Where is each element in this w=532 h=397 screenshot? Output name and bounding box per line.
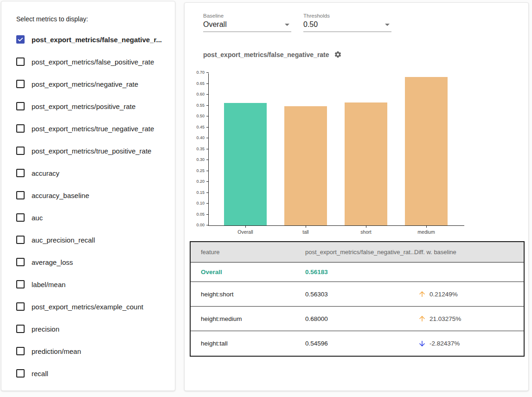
metric-checkbox-item[interactable]: precision — [16, 318, 166, 340]
y-axis-tick — [206, 192, 209, 193]
chevron-down-icon — [385, 24, 390, 26]
y-axis-tick — [206, 116, 209, 116]
y-axis-tick-label: 0.30 — [196, 157, 205, 162]
arrow-up-icon — [418, 314, 426, 323]
metric-label: post_export_metrics/example_count — [32, 303, 143, 311]
y-axis-tick — [206, 83, 209, 84]
diff-value: 21.03275% — [429, 315, 461, 322]
x-axis-label: medium — [403, 229, 449, 235]
baseline-select-value: Overall — [203, 20, 227, 29]
metric-checkbox-item[interactable]: auc — [16, 206, 166, 229]
y-axis-tick — [206, 171, 209, 171]
checkbox-unchecked-icon[interactable] — [16, 302, 25, 311]
checkbox-unchecked-icon[interactable] — [16, 124, 25, 133]
feature-cell: height:tall — [201, 340, 305, 347]
fairness-results-panel: Baseline Overall Thresholds 0.50 post_ex… — [184, 2, 529, 391]
y-axis-tick — [206, 72, 209, 73]
checkbox-unchecked-icon[interactable] — [16, 147, 25, 155]
y-axis-tick-label: 0.05 — [196, 212, 205, 217]
diff-value: 0.21249% — [429, 291, 458, 298]
chevron-down-icon — [285, 24, 289, 26]
baseline-select-label: Baseline — [203, 13, 291, 19]
y-axis-tick — [206, 105, 209, 106]
arrow-up-icon — [418, 290, 426, 298]
table-row-height:tall: height:tall0.54596-2.82437% — [191, 331, 524, 356]
metric-checkbox-item[interactable]: accuracy — [16, 162, 166, 184]
y-axis-tick-label: 0.25 — [196, 168, 205, 173]
metric-label: auc — [32, 214, 43, 222]
metric-label: accuracy — [32, 169, 59, 177]
diff-cell: 21.03275% — [414, 314, 524, 323]
checkbox-unchecked-icon[interactable] — [16, 58, 25, 66]
thresholds-select-value: 0.50 — [303, 20, 318, 29]
settings-gear-icon[interactable] — [334, 51, 342, 58]
metric-label: post_export_metrics/false_negative_r... — [32, 36, 162, 44]
checkbox-unchecked-icon[interactable] — [16, 325, 25, 333]
diff-cell: 0.21249% — [414, 290, 524, 298]
metric-checkbox-item[interactable]: accuracy_baseline — [16, 184, 166, 206]
thresholds-select[interactable]: Thresholds 0.50 — [303, 13, 391, 32]
y-axis-tick-label: 0.20 — [196, 179, 205, 184]
checkbox-unchecked-icon[interactable] — [16, 236, 25, 244]
table-row-height:medium: height:medium0.6800021.03275% — [191, 307, 524, 331]
x-axis-label: short — [343, 229, 389, 235]
metric-checkbox-item[interactable]: post_export_metrics/negative_rate — [16, 73, 166, 95]
table-row-Overall: Overall0.56183 — [191, 263, 524, 282]
bar-medium[interactable] — [405, 77, 448, 225]
table-header-row: feature post_export_metrics/false_negati… — [191, 242, 524, 263]
y-axis-tick-label: 0.55 — [196, 103, 205, 108]
metric-checkbox-item[interactable]: prediction/mean — [16, 340, 166, 362]
metric-label: post_export_metrics/positive_rate — [32, 102, 135, 110]
metric-label: post_export_metrics/false_positive_rate — [32, 58, 154, 66]
metric-label: average_loss — [32, 258, 73, 266]
baseline-select[interactable]: Baseline Overall — [203, 13, 291, 32]
checkbox-unchecked-icon[interactable] — [16, 369, 25, 378]
metric-checkbox-item[interactable]: average_loss — [16, 251, 166, 273]
checkbox-checked-icon[interactable] — [16, 35, 25, 44]
y-axis-tick-label: 0.45 — [196, 125, 205, 129]
metric-checkbox-item[interactable]: post_export_metrics/false_negative_r... — [16, 28, 166, 51]
y-axis-tick — [206, 181, 209, 182]
metric-label: post_export_metrics/negative_rate — [32, 80, 138, 88]
metric-checkbox-item[interactable]: label/mean — [16, 273, 166, 295]
arrow-down-icon — [418, 339, 426, 348]
y-axis-tick — [206, 94, 209, 95]
checkbox-unchecked-icon[interactable] — [16, 80, 25, 88]
bar-Overall[interactable] — [224, 103, 267, 225]
chart-title: post_export_metrics/false_negative_rate — [203, 51, 329, 58]
x-axis-label: tall — [282, 229, 329, 235]
metric-checkbox-item[interactable]: post_export_metrics/true_negative_rate — [16, 117, 166, 140]
checkbox-unchecked-icon[interactable] — [16, 191, 25, 199]
metric-label: accuracy_baseline — [32, 192, 89, 199]
metric-checkbox-item[interactable]: post_export_metrics/example_count — [16, 295, 166, 318]
checkbox-unchecked-icon[interactable] — [16, 347, 25, 355]
y-axis-tick — [206, 225, 209, 225]
metric-label: prediction/mean — [32, 347, 81, 355]
metric-label: precision — [32, 325, 59, 333]
diff-value: -2.82437% — [429, 340, 460, 347]
metric-checkbox-item[interactable]: recall — [16, 362, 166, 384]
checkbox-unchecked-icon[interactable] — [16, 280, 25, 288]
y-axis-tick — [206, 149, 209, 149]
y-axis-tick-label: 0.00 — [196, 223, 205, 227]
x-axis-label: Overall — [222, 229, 269, 235]
feature-cell: height:medium — [201, 315, 305, 322]
bar-short[interactable] — [345, 102, 387, 225]
x-axis-tick — [366, 225, 366, 228]
checkbox-unchecked-icon[interactable] — [16, 213, 25, 222]
checkbox-unchecked-icon[interactable] — [16, 258, 25, 266]
metric-checkbox-item[interactable]: post_export_metrics/true_positive_rate — [16, 140, 166, 162]
checkbox-unchecked-icon[interactable] — [16, 102, 25, 110]
metric-checkbox-item[interactable]: post_export_metrics/false_positive_rate — [16, 51, 166, 73]
checkbox-unchecked-icon[interactable] — [16, 169, 25, 177]
y-axis-tick — [206, 203, 209, 204]
metrics-list: post_export_metrics/false_negative_r...p… — [16, 28, 166, 384]
feature-cell: height:short — [201, 291, 305, 298]
metric-checkbox-item[interactable]: auc_precision_recall — [16, 229, 166, 251]
metric-checkbox-item[interactable]: post_export_metrics/positive_rate — [16, 95, 166, 117]
bar-tall[interactable] — [284, 106, 327, 225]
table-row-height:short: height:short0.563030.21249% — [191, 282, 524, 307]
y-axis-tick-label: 0.10 — [196, 201, 205, 205]
col-header-feature: feature — [201, 249, 305, 256]
x-axis-tick — [306, 225, 306, 228]
